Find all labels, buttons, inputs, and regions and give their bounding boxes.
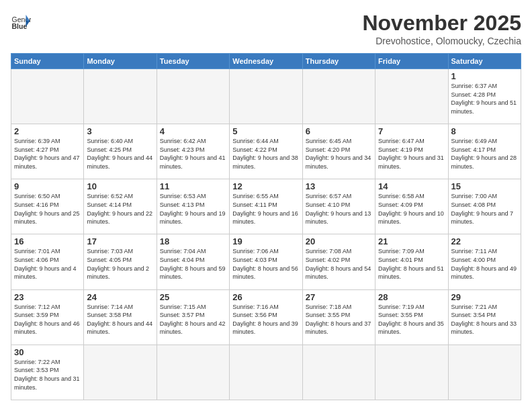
day-info: Sunrise: 7:21 AM Sunset: 3:54 PM Dayligh…: [451, 303, 518, 336]
table-row: 8Sunrise: 6:49 AM Sunset: 4:17 PM Daylig…: [448, 124, 521, 179]
calendar-week-row: 9Sunrise: 6:50 AM Sunset: 4:16 PM Daylig…: [11, 179, 521, 234]
table-row: 18Sunrise: 7:04 AM Sunset: 4:04 PM Dayli…: [157, 234, 229, 289]
day-number: 4: [160, 126, 226, 136]
day-info: Sunrise: 7:18 AM Sunset: 3:55 PM Dayligh…: [306, 303, 372, 336]
day-number: 29: [451, 292, 518, 302]
table-row: 1Sunrise: 6:37 AM Sunset: 4:28 PM Daylig…: [448, 69, 521, 124]
day-info: Sunrise: 6:44 AM Sunset: 4:22 PM Dayligh…: [232, 137, 299, 171]
table-row: 9Sunrise: 6:50 AM Sunset: 4:16 PM Daylig…: [11, 179, 84, 234]
day-number: 18: [160, 236, 226, 246]
table-row: 24Sunrise: 7:14 AM Sunset: 3:58 PM Dayli…: [84, 289, 157, 345]
table-row: 30Sunrise: 7:22 AM Sunset: 3:53 PM Dayli…: [11, 345, 84, 400]
table-row: 10Sunrise: 6:52 AM Sunset: 4:14 PM Dayli…: [84, 179, 157, 234]
table-row: [157, 69, 229, 124]
col-wednesday: Wednesday: [230, 54, 302, 69]
day-number: 17: [87, 236, 153, 246]
month-title: November 2025: [362, 11, 521, 36]
table-row: 11Sunrise: 6:53 AM Sunset: 4:13 PM Dayli…: [157, 179, 229, 234]
day-number: 6: [306, 126, 372, 136]
calendar-header-row: Sunday Monday Tuesday Wednesday Thursday…: [11, 54, 521, 69]
day-info: Sunrise: 7:16 AM Sunset: 3:56 PM Dayligh…: [232, 303, 299, 336]
table-row: [157, 345, 229, 400]
col-sunday: Sunday: [11, 54, 84, 69]
table-row: 29Sunrise: 7:21 AM Sunset: 3:54 PM Dayli…: [448, 289, 521, 345]
day-number: 2: [14, 126, 81, 136]
day-info: Sunrise: 6:37 AM Sunset: 4:28 PM Dayligh…: [451, 82, 518, 116]
table-row: 13Sunrise: 6:57 AM Sunset: 4:10 PM Dayli…: [302, 179, 375, 234]
day-info: Sunrise: 7:04 AM Sunset: 4:04 PM Dayligh…: [160, 247, 226, 281]
page: General Blue November 2025 Drevohostice,…: [0, 0, 532, 411]
day-info: Sunrise: 6:42 AM Sunset: 4:23 PM Dayligh…: [160, 137, 226, 171]
day-number: 21: [378, 236, 445, 246]
day-number: 10: [87, 181, 153, 191]
table-row: 7Sunrise: 6:47 AM Sunset: 4:19 PM Daylig…: [375, 124, 448, 179]
day-info: Sunrise: 6:39 AM Sunset: 4:27 PM Dayligh…: [14, 137, 81, 171]
calendar-table: Sunday Monday Tuesday Wednesday Thursday…: [11, 53, 521, 400]
table-row: 14Sunrise: 6:58 AM Sunset: 4:09 PM Dayli…: [375, 179, 448, 234]
location: Drevohostice, Olomoucky, Czechia: [362, 36, 521, 46]
day-number: 7: [378, 126, 445, 136]
day-info: Sunrise: 6:49 AM Sunset: 4:17 PM Dayligh…: [451, 137, 518, 171]
day-info: Sunrise: 7:01 AM Sunset: 4:06 PM Dayligh…: [14, 247, 81, 281]
day-number: 16: [14, 236, 81, 246]
calendar-week-row: 2Sunrise: 6:39 AM Sunset: 4:27 PM Daylig…: [11, 124, 521, 179]
day-number: 1: [451, 71, 518, 81]
table-row: 6Sunrise: 6:45 AM Sunset: 4:20 PM Daylig…: [302, 124, 375, 179]
logo: General Blue: [11, 11, 31, 31]
day-info: Sunrise: 6:52 AM Sunset: 4:14 PM Dayligh…: [87, 192, 153, 226]
calendar-week-row: 30Sunrise: 7:22 AM Sunset: 3:53 PM Dayli…: [11, 345, 521, 400]
day-number: 11: [160, 181, 226, 191]
header: General Blue November 2025 Drevohostice,…: [11, 11, 521, 46]
table-row: 12Sunrise: 6:55 AM Sunset: 4:11 PM Dayli…: [230, 179, 302, 234]
table-row: [375, 69, 448, 124]
table-row: 28Sunrise: 7:19 AM Sunset: 3:55 PM Dayli…: [375, 289, 448, 345]
day-number: 13: [306, 181, 372, 191]
table-row: 15Sunrise: 7:00 AM Sunset: 4:08 PM Dayli…: [448, 179, 521, 234]
day-number: 22: [451, 236, 518, 246]
day-number: 19: [232, 236, 299, 246]
svg-text:Blue: Blue: [12, 22, 28, 30]
calendar-week-row: 1Sunrise: 6:37 AM Sunset: 4:28 PM Daylig…: [11, 69, 521, 124]
table-row: [302, 345, 375, 400]
col-monday: Monday: [84, 54, 157, 69]
day-info: Sunrise: 6:53 AM Sunset: 4:13 PM Dayligh…: [160, 192, 226, 226]
logo-icon: General Blue: [11, 11, 31, 31]
day-number: 23: [14, 292, 81, 302]
table-row: [302, 69, 375, 124]
title-section: November 2025 Drevohostice, Olomoucky, C…: [362, 11, 521, 46]
col-friday: Friday: [375, 54, 448, 69]
day-info: Sunrise: 6:57 AM Sunset: 4:10 PM Dayligh…: [306, 192, 372, 226]
day-info: Sunrise: 6:40 AM Sunset: 4:25 PM Dayligh…: [87, 137, 153, 171]
table-row: 5Sunrise: 6:44 AM Sunset: 4:22 PM Daylig…: [230, 124, 302, 179]
day-number: 3: [87, 126, 153, 136]
day-number: 9: [14, 181, 81, 191]
col-saturday: Saturday: [448, 54, 521, 69]
col-tuesday: Tuesday: [157, 54, 229, 69]
day-info: Sunrise: 6:50 AM Sunset: 4:16 PM Dayligh…: [14, 192, 81, 226]
day-info: Sunrise: 7:06 AM Sunset: 4:03 PM Dayligh…: [232, 247, 299, 281]
day-info: Sunrise: 7:14 AM Sunset: 3:58 PM Dayligh…: [87, 303, 153, 336]
table-row: 21Sunrise: 7:09 AM Sunset: 4:01 PM Dayli…: [375, 234, 448, 289]
table-row: 22Sunrise: 7:11 AM Sunset: 4:00 PM Dayli…: [448, 234, 521, 289]
day-info: Sunrise: 7:03 AM Sunset: 4:05 PM Dayligh…: [87, 247, 153, 281]
day-number: 28: [378, 292, 445, 302]
table-row: 23Sunrise: 7:12 AM Sunset: 3:59 PM Dayli…: [11, 289, 84, 345]
day-number: 26: [232, 292, 299, 302]
day-info: Sunrise: 6:55 AM Sunset: 4:11 PM Dayligh…: [232, 192, 299, 226]
day-info: Sunrise: 7:15 AM Sunset: 3:57 PM Dayligh…: [160, 303, 226, 336]
table-row: 19Sunrise: 7:06 AM Sunset: 4:03 PM Dayli…: [230, 234, 302, 289]
table-row: 20Sunrise: 7:08 AM Sunset: 4:02 PM Dayli…: [302, 234, 375, 289]
day-info: Sunrise: 7:09 AM Sunset: 4:01 PM Dayligh…: [378, 247, 445, 281]
day-info: Sunrise: 7:08 AM Sunset: 4:02 PM Dayligh…: [306, 247, 372, 281]
table-row: 16Sunrise: 7:01 AM Sunset: 4:06 PM Dayli…: [11, 234, 84, 289]
day-info: Sunrise: 6:45 AM Sunset: 4:20 PM Dayligh…: [306, 137, 372, 171]
day-info: Sunrise: 6:58 AM Sunset: 4:09 PM Dayligh…: [378, 192, 445, 226]
day-info: Sunrise: 7:19 AM Sunset: 3:55 PM Dayligh…: [378, 303, 445, 336]
day-info: Sunrise: 6:47 AM Sunset: 4:19 PM Dayligh…: [378, 137, 445, 171]
table-row: [375, 345, 448, 400]
table-row: [84, 345, 157, 400]
day-number: 25: [160, 292, 226, 302]
table-row: [230, 69, 302, 124]
day-number: 14: [378, 181, 445, 191]
table-row: 4Sunrise: 6:42 AM Sunset: 4:23 PM Daylig…: [157, 124, 229, 179]
